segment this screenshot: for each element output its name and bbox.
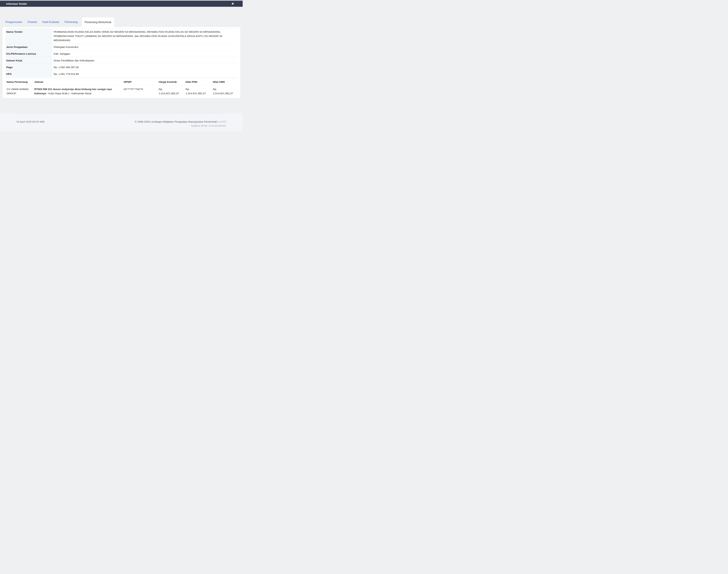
winner-alamat-region: - Kubu Raya (Kab.) - Kalimantan Barat bbox=[46, 92, 92, 95]
winner-nilai-pdn: Rp. 1.014.921.982,07 bbox=[184, 85, 212, 97]
footer-copyright: © 2006-2026 Lembaga Kebijakan Pengadaan … bbox=[135, 120, 226, 123]
detail-value-instansi: Kab. Sanggau bbox=[52, 50, 237, 57]
tab-pemenang-berkontrak[interactable]: Pemenang Berkontrak bbox=[82, 17, 114, 27]
column-header-nilai-umk: Nilai UMK bbox=[212, 78, 237, 85]
table-row: Satuan Kerja Dinas Pendidikan dan Kebuda… bbox=[5, 57, 237, 64]
column-header-nama-pemenang: Nama Pemenang bbox=[5, 78, 33, 85]
footer-app-version: Aplikasi SPSE v4.5u20250321 bbox=[16, 124, 226, 127]
detail-value-hps: Rp. 1.091.776.024,98 bbox=[52, 71, 237, 77]
table-row: Nama Tender PEMBANGUNAN RUANG KELAS BARU… bbox=[5, 29, 237, 44]
table-row: K/L/PD/Instansi Lainnya Kab. Sanggau bbox=[5, 50, 237, 57]
page-footer: 19 April 2026 08:35 WIB © 2006-2026 Lemb… bbox=[0, 114, 243, 131]
table-row: Pagu Rp. 1.092.590.397,00 bbox=[5, 64, 237, 71]
page-background bbox=[0, 131, 243, 192]
modal-title: Informasi Tender bbox=[6, 2, 27, 5]
tab-peserta[interactable]: Peserta bbox=[25, 17, 40, 27]
table-row: Jenis Pengadaan Pekerjaan Konstruksi bbox=[5, 44, 237, 50]
footer-copyright-lkpp: (LKPP) bbox=[218, 120, 226, 123]
winner-npwp: 02*7**5****04**0 bbox=[123, 85, 157, 97]
detail-value-pagu: Rp. 1.092.590.397,00 bbox=[52, 64, 237, 71]
modal-header: Informasi Tender ✖ bbox=[0, 1, 243, 7]
detail-label-jenis-pengadaan: Jenis Pengadaan bbox=[5, 44, 52, 50]
column-header-harga-kontrak: Harga Kontrak bbox=[157, 78, 184, 85]
close-icon[interactable]: ✖ bbox=[232, 2, 234, 5]
tab-bar: Pengumuman Peserta Hasil Evaluasi Pemena… bbox=[3, 17, 243, 27]
detail-label-hps: HPS bbox=[5, 71, 52, 77]
detail-value-satuan-kerja: Dinas Pendidikan dan Kebudayaan bbox=[52, 57, 237, 64]
winner-nilai-umk: Rp. 1.014.921.982,07 bbox=[212, 85, 237, 97]
winner-table: Nama Pemenang Alamat NPWP Harga Kontrak … bbox=[5, 78, 237, 97]
column-header-nilai-pdn: Nilai PDN bbox=[184, 78, 212, 85]
detail-value-jenis-pengadaan: Pekerjaan Konstruksi bbox=[52, 44, 237, 50]
winner-harga-kontrak: Rp. 1.014.921.982,07 bbox=[157, 85, 184, 97]
tab-pengumuman[interactable]: Pengumuman bbox=[3, 17, 25, 27]
winner-table-header-row: Nama Pemenang Alamat NPWP Harga Kontrak … bbox=[5, 78, 237, 85]
winner-nama-pemenang: CV UMAR AHMAD GROUP bbox=[5, 85, 33, 97]
modal-body: Pengumuman Peserta Hasil Evaluasi Pemena… bbox=[0, 7, 243, 114]
tab-hasil-evaluasi[interactable]: Hasil Evaluasi bbox=[40, 17, 62, 27]
detail-value-nama-tender: PEMBANGUNAN RUANG KELAS BARU (RKB) SD NE… bbox=[52, 29, 237, 44]
footer-divider bbox=[16, 114, 226, 115]
column-header-alamat: Alamat bbox=[33, 78, 123, 85]
footer-copyright-text: © 2006-2026 Lembaga Kebijakan Pengadaan … bbox=[135, 120, 218, 123]
detail-label-nama-tender: Nama Tender bbox=[5, 29, 52, 44]
column-header-npwp: NPWP bbox=[123, 78, 157, 85]
footer-timestamp: 19 April 2026 08:35 WIB bbox=[16, 120, 44, 123]
winner-alamat: RT003 RW 011 dusun mulyorejo desa limbun… bbox=[33, 85, 123, 97]
detail-label-satuan-kerja: Satuan Kerja bbox=[5, 57, 52, 64]
tab-content-panel: Nama Tender PEMBANGUNAN RUANG KELAS BARU… bbox=[3, 27, 240, 98]
detail-label-pagu: Pagu bbox=[5, 64, 52, 71]
table-row: HPS Rp. 1.091.776.024,98 bbox=[5, 71, 237, 77]
detail-label-instansi: K/L/PD/Instansi Lainnya bbox=[5, 50, 52, 57]
tender-details-table: Nama Tender PEMBANGUNAN RUANG KELAS BARU… bbox=[5, 28, 237, 77]
tab-pemenang[interactable]: Pemenang bbox=[62, 17, 80, 27]
winner-row: CV UMAR AHMAD GROUP RT003 RW 011 dusun m… bbox=[5, 85, 237, 97]
